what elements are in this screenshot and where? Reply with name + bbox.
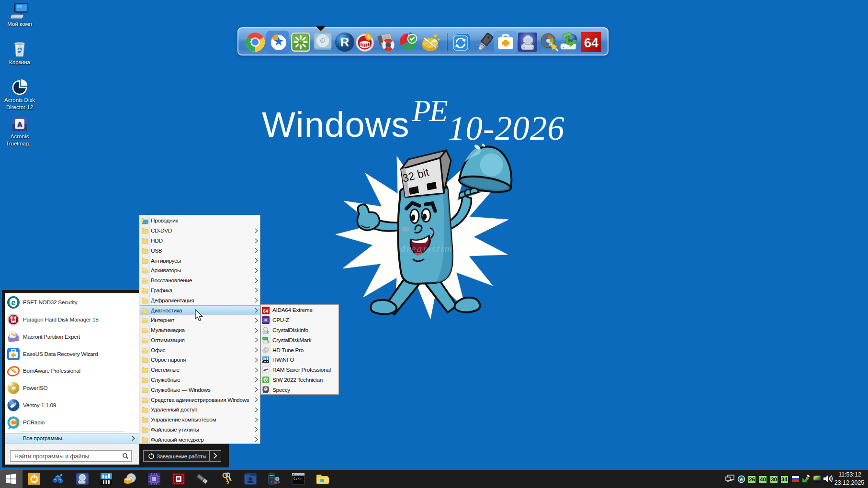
- svg-text:64: 64: [263, 309, 269, 314]
- svg-text:64: 64: [584, 36, 598, 50]
- svg-text:e: e: [11, 298, 15, 307]
- svg-text:dreamstime: dreamstime: [400, 243, 459, 255]
- svg-text:C:\>_: C:\>_: [293, 477, 304, 481]
- svg-text:R: R: [340, 35, 349, 49]
- svg-text:A: A: [17, 121, 22, 128]
- svg-text:e: e: [740, 477, 743, 482]
